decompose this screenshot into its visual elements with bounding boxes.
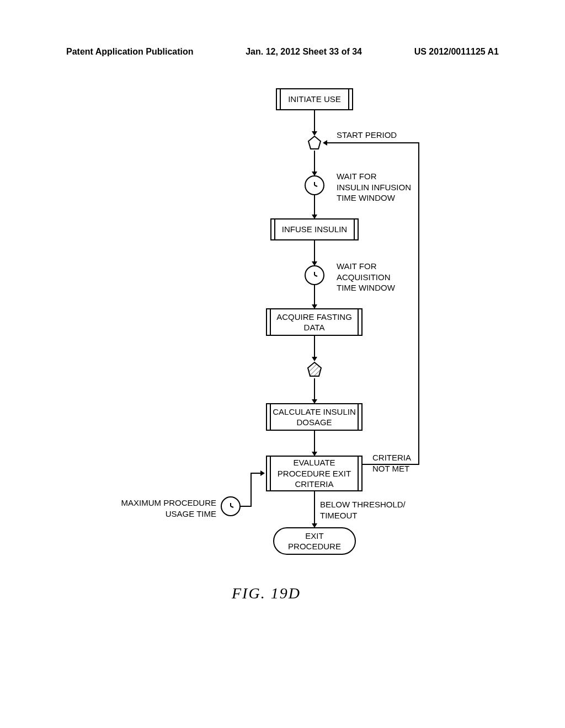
svg-line-4: [315, 275, 317, 276]
connector-line: [314, 491, 315, 524]
page-header: Patent Application Publication Jan. 12, …: [0, 47, 565, 57]
svg-marker-0: [308, 136, 321, 149]
wait-infusion-label: WAIT FOR INSULIN INFUSION TIME WINDOW: [337, 171, 411, 204]
svg-marker-6: [308, 362, 321, 376]
connector-line: [327, 142, 419, 143]
connector-line: [314, 240, 315, 263]
connector-line: [250, 473, 262, 474]
arrow-icon: [260, 470, 265, 476]
marker-icon: [306, 361, 323, 381]
node-label: INITIATE USE: [288, 94, 341, 105]
connector-line: [314, 336, 315, 358]
node-acquire: ACQUIRE FASTING DATA: [266, 308, 363, 336]
connector-line: [314, 151, 315, 173]
header-middle: Jan. 12, 2012 Sheet 33 of 34: [246, 47, 362, 57]
flowchart: INITIATE USE START PERIOD WAIT FOR INSUL…: [0, 72, 565, 678]
start-period-label: START PERIOD: [337, 130, 397, 141]
wait-acquisition-label: WAIT FOR ACQUISITION TIME WINDOW: [337, 261, 395, 293]
connector-line: [314, 195, 315, 216]
node-label: EVALUATE PROCEDURE EXIT CRITERIA: [278, 457, 351, 490]
connector-line: [314, 378, 315, 400]
svg-line-2: [315, 185, 317, 186]
node-calculate: CALCULATE INSULIN DOSAGE: [266, 403, 363, 431]
node-exit: EXIT PROCEDURE: [273, 527, 356, 555]
node-infuse: INFUSE INSULIN: [270, 218, 359, 240]
node-label: ACQUIRE FASTING DATA: [276, 312, 352, 333]
connector-line: [314, 110, 315, 132]
connector-line: [250, 473, 252, 507]
arrow-icon: [323, 140, 327, 146]
max-usage-clock-icon: [221, 496, 241, 516]
wait-acquisition-icon: [305, 265, 324, 285]
node-label: INFUSE INSULIN: [282, 224, 347, 235]
node-label: EXIT PROCEDURE: [288, 531, 341, 552]
connector-line: [363, 464, 419, 465]
connector-line: [418, 142, 419, 465]
connector-line: [314, 285, 315, 306]
node-evaluate: EVALUATE PROCEDURE EXIT CRITERIA: [266, 456, 363, 491]
header-right: US 2012/0011125 A1: [414, 47, 499, 57]
below-threshold-label: BELOW THRESHOLD/ TIMEOUT: [320, 499, 406, 521]
figure-label: FIG. 19D: [232, 585, 301, 602]
criteria-not-met-label: CRITERIA NOT MET: [372, 452, 411, 474]
connector-line: [314, 431, 315, 453]
wait-infusion-icon: [305, 175, 324, 195]
node-label: CALCULATE INSULIN DOSAGE: [273, 406, 356, 428]
header-left: Patent Application Publication: [66, 47, 194, 57]
svg-line-8: [231, 506, 233, 507]
node-initiate: INITIATE USE: [276, 88, 353, 110]
connector-line: [241, 506, 252, 507]
max-usage-label: MAXIMUM PROCEDURE USAGE TIME: [116, 497, 216, 519]
